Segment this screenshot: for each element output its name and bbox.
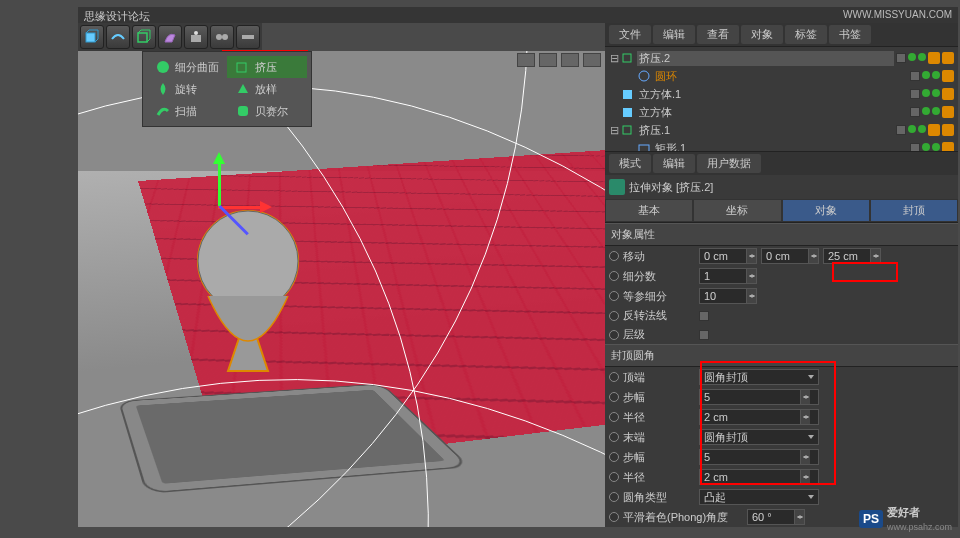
svg-rect-13 bbox=[623, 90, 632, 99]
misc-tool[interactable] bbox=[236, 25, 260, 49]
tab-basic[interactable]: 基本 bbox=[605, 199, 693, 222]
prop-type: 圆角类型凸起 bbox=[605, 487, 958, 507]
move-y-field[interactable] bbox=[761, 248, 819, 264]
svg-rect-14 bbox=[623, 108, 632, 117]
dd-rotate[interactable]: 旋转 bbox=[147, 78, 227, 100]
svg-rect-1 bbox=[138, 33, 147, 42]
top-cap-select[interactable]: 圆角封顶 bbox=[699, 369, 819, 385]
om-edit[interactable]: 编辑 bbox=[653, 25, 695, 44]
tree-row: ⊟挤压.1 bbox=[605, 121, 958, 139]
prop-iso: 等参细分 bbox=[605, 286, 958, 306]
prop-step1: 步幅 bbox=[605, 387, 958, 407]
loft-icon bbox=[235, 81, 251, 97]
extrude-icon bbox=[621, 51, 635, 65]
move-x-field[interactable] bbox=[699, 248, 757, 264]
dd-bezier[interactable]: 贝赛尔 bbox=[227, 100, 307, 122]
svg-point-12 bbox=[639, 71, 649, 81]
prop-rad1: 半径 bbox=[605, 407, 958, 427]
ps-logo: PS bbox=[859, 510, 883, 528]
om-object[interactable]: 对象 bbox=[741, 25, 783, 44]
circle-icon bbox=[637, 69, 651, 83]
bezier-icon bbox=[235, 103, 251, 119]
iso-field[interactable] bbox=[699, 288, 757, 304]
prop-flip: 反转法线 bbox=[605, 306, 958, 325]
prop-rad2: 半径 bbox=[605, 467, 958, 487]
lathe-icon bbox=[155, 81, 171, 97]
generator-toolbar bbox=[78, 23, 262, 51]
svg-rect-6 bbox=[242, 35, 254, 39]
rad2-field[interactable] bbox=[699, 469, 819, 485]
dd-extrude[interactable]: 挤压 bbox=[227, 56, 307, 78]
am-edit[interactable]: 编辑 bbox=[653, 154, 695, 173]
tree-row: 矩形.1 bbox=[605, 139, 958, 151]
attr-sub-tabs: 基本 坐标 对象 封顶 bbox=[605, 199, 958, 223]
prop-bot: 末端圆角封顶 bbox=[605, 427, 958, 447]
physics-tool[interactable] bbox=[210, 25, 234, 49]
deformer-tool[interactable] bbox=[158, 25, 182, 49]
subdiv-icon bbox=[155, 59, 171, 75]
vp-rotate[interactable] bbox=[561, 53, 579, 67]
om-bookmarks[interactable]: 书签 bbox=[829, 25, 871, 44]
tab-caps[interactable]: 封顶 bbox=[870, 199, 958, 222]
tab-object[interactable]: 对象 bbox=[782, 199, 870, 222]
sweep-icon bbox=[155, 103, 171, 119]
move-z-field[interactable] bbox=[823, 248, 881, 264]
right-panel: 文件 编辑 查看 对象 标签 书签 ⊟挤压.2 圆环 立方体.1 立方体 ⊟挤压… bbox=[605, 23, 958, 527]
tree-row: 立方体.1 bbox=[605, 85, 958, 103]
dd-sweep[interactable]: 扫描 bbox=[147, 100, 227, 122]
prop-step2: 步幅 bbox=[605, 447, 958, 467]
extrude-icon bbox=[235, 59, 251, 75]
caps-header: 封顶圆角 bbox=[605, 344, 958, 367]
tree-row: ⊟挤压.2 bbox=[605, 49, 958, 67]
vp-layout[interactable] bbox=[583, 53, 601, 67]
axis-x[interactable] bbox=[218, 206, 268, 209]
am-mode[interactable]: 模式 bbox=[609, 154, 651, 173]
svg-point-3 bbox=[194, 31, 198, 35]
svg-point-7 bbox=[157, 61, 169, 73]
attr-header: 拉伸对象 [挤压.2] bbox=[605, 175, 958, 199]
rad1-field[interactable] bbox=[699, 409, 819, 425]
svg-point-4 bbox=[216, 34, 222, 40]
nurbs-tool[interactable] bbox=[106, 25, 130, 49]
flip-checkbox[interactable] bbox=[699, 311, 709, 321]
attr-title: 拉伸对象 [挤压.2] bbox=[629, 180, 713, 195]
scene-tool[interactable] bbox=[184, 25, 208, 49]
om-tags[interactable]: 标签 bbox=[785, 25, 827, 44]
generator-dropdown: 细分曲面 挤压 旋转 放样 扫描 贝赛尔 bbox=[142, 51, 312, 127]
subdiv-field[interactable] bbox=[699, 268, 757, 284]
viewport-nav bbox=[517, 53, 601, 67]
fillet-type-select[interactable]: 凸起 bbox=[699, 489, 819, 505]
svg-rect-2 bbox=[191, 35, 201, 42]
svg-rect-0 bbox=[86, 33, 95, 42]
vp-zoom[interactable] bbox=[539, 53, 557, 67]
cube-icon bbox=[621, 105, 635, 119]
object-tree[interactable]: ⊟挤压.2 圆环 立方体.1 立方体 ⊟挤压.1 矩形.1 ⊟挤压 矩形.4 bbox=[605, 47, 958, 151]
phong-field[interactable] bbox=[747, 509, 805, 525]
phong-tag-icon bbox=[928, 52, 940, 64]
am-userdata[interactable]: 用户数据 bbox=[697, 154, 761, 173]
step2-field[interactable] bbox=[699, 449, 819, 465]
om-file[interactable]: 文件 bbox=[609, 25, 651, 44]
prop-layer: 层级 bbox=[605, 325, 958, 344]
svg-rect-15 bbox=[623, 126, 631, 134]
tree-row: 立方体 bbox=[605, 103, 958, 121]
cube-icon bbox=[621, 87, 635, 101]
generator-tool[interactable] bbox=[132, 25, 156, 49]
layer-checkbox[interactable] bbox=[699, 330, 709, 340]
cube-tool[interactable] bbox=[80, 25, 104, 49]
vp-pan[interactable] bbox=[517, 53, 535, 67]
step1-field[interactable] bbox=[699, 389, 819, 405]
object-props-header: 对象属性 bbox=[605, 223, 958, 246]
om-view[interactable]: 查看 bbox=[697, 25, 739, 44]
axis-y[interactable] bbox=[218, 156, 221, 206]
svg-point-5 bbox=[222, 34, 228, 40]
bottom-watermark: PS 爱好者www.psahz.com bbox=[859, 505, 952, 532]
tree-row: 圆环 bbox=[605, 67, 958, 85]
svg-rect-8 bbox=[237, 63, 246, 72]
tab-coord[interactable]: 坐标 bbox=[693, 199, 781, 222]
dd-loft[interactable]: 放样 bbox=[227, 78, 307, 100]
dd-subdiv[interactable]: 细分曲面 bbox=[147, 56, 227, 78]
watermark-url: WWW.MISSYUAN.COM bbox=[843, 9, 952, 20]
object-manager-menu: 文件 编辑 查看 对象 标签 书签 bbox=[605, 23, 958, 47]
bot-cap-select[interactable]: 圆角封顶 bbox=[699, 429, 819, 445]
